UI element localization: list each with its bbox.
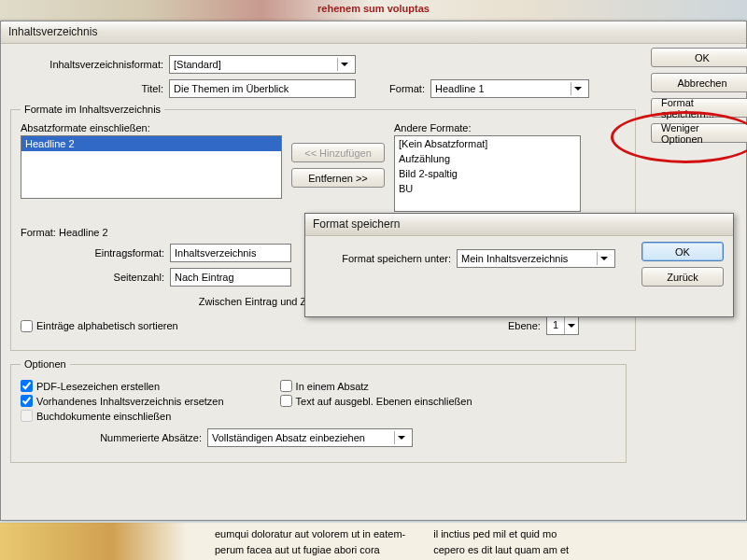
- other-formats-list[interactable]: [Kein Absatzformat] Aufzählung Bild 2-sp…: [394, 135, 581, 212]
- include-formats-list[interactable]: Headline 2: [21, 135, 282, 199]
- formats-legend: Formate im Inhaltsverzeichnis: [21, 104, 164, 115]
- format-value: Headline 1: [435, 83, 485, 94]
- numbered-para-combo[interactable]: Vollständigen Absatz einbeziehen: [207, 428, 413, 447]
- fewer-options-button[interactable]: Weniger Optionen: [651, 123, 747, 143]
- entry-format-value: Inhaltsverzeichnis: [175, 247, 256, 259]
- level-label: Ebene:: [500, 320, 546, 331]
- save-format-dialog: Format speichern Format speichern unter:…: [304, 213, 734, 317]
- dialog-button-column: OK Abbrechen Format speichern... Weniger…: [651, 48, 747, 143]
- toc-format-label: Inhaltsverzeichnisformat:: [10, 59, 169, 70]
- list-item[interactable]: Aufzählung: [395, 151, 580, 166]
- background-page-bottom: eumqui doloratur aut volorem ut in eatem…: [0, 523, 747, 560]
- bg-text: il inctius ped mil et quid mo: [433, 526, 569, 542]
- bg-text: perum facea aut ut fugiae abori cora: [215, 542, 405, 558]
- level-spinner[interactable]: 1: [546, 316, 579, 335]
- chevron-down-icon: [571, 82, 585, 95]
- one-paragraph-label: In einem Absatz: [296, 381, 369, 392]
- cancel-button[interactable]: Abbrechen: [651, 73, 747, 92]
- list-item[interactable]: [Kein Absatzformat]: [395, 136, 580, 151]
- format-label: Format:: [374, 83, 430, 94]
- options-legend: Optionen: [21, 358, 70, 370]
- other-formats-label: Andere Formate:: [394, 122, 581, 133]
- level-value: 1: [547, 317, 564, 334]
- entry-format-label: Eintragsformat:: [21, 247, 170, 259]
- options-fieldset: Optionen PDF-Lesezeichen erstellen Vorha…: [10, 358, 627, 463]
- chevron-down-icon: [394, 431, 408, 444]
- bg-heading: rehenem sum voluptas: [0, 0, 747, 17]
- chevron-down-icon: [564, 317, 578, 334]
- pdf-bookmarks-label: PDF-Lesezeichen erstellen: [36, 381, 160, 392]
- entry-format-combo[interactable]: Inhaltsverzeichnis: [170, 244, 291, 262]
- title-label: Titel:: [10, 83, 169, 94]
- save-format-back-button[interactable]: Zurück: [641, 267, 724, 287]
- list-item[interactable]: Bild 2-spaltig: [395, 166, 580, 181]
- book-docs-checkbox: Buchdokumente einschließen: [21, 410, 224, 422]
- list-item[interactable]: Headline 2: [21, 136, 281, 151]
- save-as-combo[interactable]: Mein Inhaltsverzeichnis: [457, 249, 615, 268]
- toc-format-value: [Standard]: [174, 59, 221, 70]
- between-label: Zwischen Eintrag und Zahl:: [21, 296, 329, 307]
- hidden-layers-label: Text auf ausgebl. Ebenen einschließen: [296, 396, 472, 407]
- format-combo[interactable]: Headline 1: [430, 79, 589, 98]
- ok-button[interactable]: OK: [651, 48, 747, 67]
- sort-alpha-checkbox[interactable]: Einträge alphabetisch sortieren: [21, 320, 178, 332]
- save-format-dialog-title: Format speichern: [305, 214, 733, 236]
- chevron-down-icon: [337, 58, 351, 71]
- pdf-bookmarks-checkbox[interactable]: PDF-Lesezeichen erstellen: [21, 380, 224, 392]
- replace-toc-label: Vorhandenes Inhaltsverzeichnis ersetzen: [36, 396, 224, 407]
- dialog-title: Inhaltsverzeichnis: [1, 21, 746, 44]
- book-docs-label: Buchdokumente einschließen: [36, 411, 171, 422]
- page-num-label: Seitenzahl:: [21, 272, 170, 283]
- numbered-para-label: Nummerierte Absätze:: [21, 432, 207, 443]
- page-num-combo[interactable]: Nach Eintrag: [170, 268, 291, 287]
- save-as-label: Format speichern unter:: [317, 253, 457, 264]
- save-format-button[interactable]: Format speichern...: [651, 98, 747, 118]
- toc-format-combo[interactable]: [Standard]: [169, 55, 356, 74]
- remove-button[interactable]: Entfernen >>: [291, 168, 385, 188]
- sort-alpha-label: Einträge alphabetisch sortieren: [36, 320, 178, 331]
- replace-toc-checkbox[interactable]: Vorhandenes Inhaltsverzeichnis ersetzen: [21, 395, 224, 407]
- page-num-value: Nach Eintrag: [175, 272, 234, 283]
- background-page-top: rehenem sum voluptas: [0, 0, 747, 21]
- bg-text: eumqui doloratur aut volorem ut in eatem…: [215, 526, 405, 542]
- chevron-down-icon: [597, 252, 611, 265]
- include-formats-label: Absatzformate einschließen:: [21, 122, 282, 133]
- bg-text: cepero es dit laut quam am et: [433, 542, 569, 558]
- title-input[interactable]: Die Themen im Überblick: [169, 79, 356, 98]
- one-paragraph-checkbox[interactable]: In einem Absatz: [280, 380, 472, 392]
- hidden-layers-checkbox[interactable]: Text auf ausgebl. Ebenen einschließen: [280, 395, 472, 407]
- add-button: << Hinzufügen: [291, 143, 385, 162]
- save-format-ok-button[interactable]: OK: [641, 242, 724, 261]
- numbered-para-value: Vollständigen Absatz einbeziehen: [212, 432, 365, 443]
- save-as-value: Mein Inhaltsverzeichnis: [461, 253, 568, 264]
- title-value: Die Themen im Überblick: [174, 83, 289, 94]
- list-item[interactable]: BU: [395, 181, 580, 196]
